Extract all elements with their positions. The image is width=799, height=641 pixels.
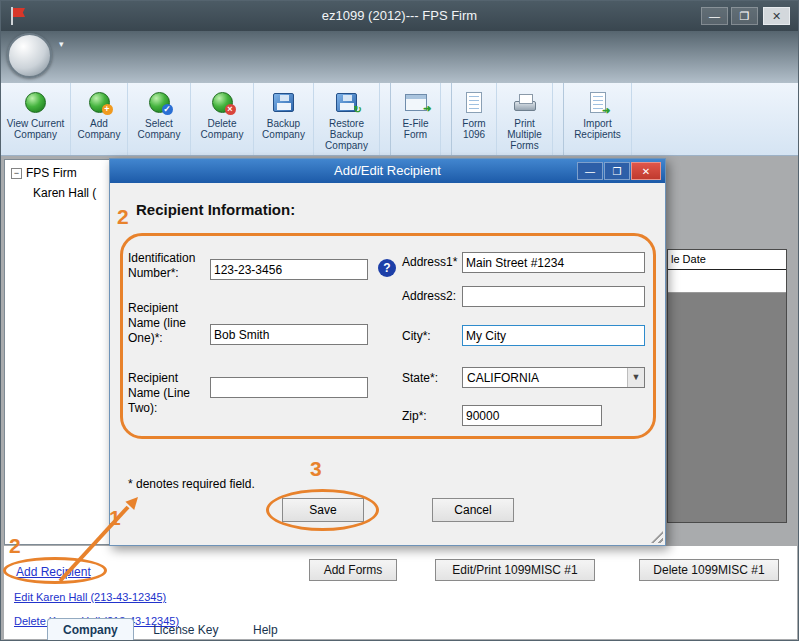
ribbon-group-separator bbox=[380, 83, 391, 155]
ribbon-button-label: Add Company bbox=[71, 118, 127, 140]
globe-delete-icon: × bbox=[212, 92, 233, 113]
ribbon-button-label: Form 1096 bbox=[452, 118, 496, 140]
ribbon-tabs: Company License Key Help bbox=[47, 618, 293, 640]
identification-label: Identification Number*: bbox=[128, 251, 208, 281]
annotation-step-2-dialog: 2 bbox=[117, 205, 129, 229]
cancel-button[interactable]: Cancel bbox=[432, 498, 514, 522]
state-label: State*: bbox=[402, 371, 462, 386]
address2-input[interactable] bbox=[462, 286, 645, 307]
ribbon-button-select-company[interactable]: ✓ Select Company bbox=[128, 83, 191, 155]
globe-icon bbox=[25, 92, 46, 113]
dialog-titlebar: Add/Edit Recipient — ❐ ✕ bbox=[110, 159, 665, 183]
dialog-close-button[interactable]: ✕ bbox=[631, 162, 661, 180]
state-value: CALIFORNIA bbox=[467, 371, 539, 385]
minimize-button[interactable]: — bbox=[701, 7, 728, 25]
application-orb-button[interactable] bbox=[7, 33, 52, 78]
form-1096-icon bbox=[466, 92, 482, 113]
dialog-maximize-button[interactable]: ❐ bbox=[604, 162, 630, 180]
restore-disk-icon: ↻ bbox=[336, 93, 357, 112]
ribbon-button-view-current-company[interactable]: View Current Company bbox=[1, 83, 71, 155]
tree-item-label: FPS Firm bbox=[26, 166, 77, 180]
maximize-button[interactable]: ❐ bbox=[731, 7, 758, 25]
dialog-minimize-button[interactable]: — bbox=[577, 162, 603, 180]
ribbon-group-separator bbox=[441, 83, 452, 155]
recipient-name-two-input[interactable] bbox=[210, 377, 368, 398]
required-field-note: * denotes required field. bbox=[128, 477, 255, 491]
titlebar: ez1099 (2012)--- FPS Firm — ❐ ✕ bbox=[1, 1, 798, 31]
globe-select-icon: ✓ bbox=[149, 92, 170, 113]
city-label: City*: bbox=[402, 329, 462, 344]
annotation-step-3: 3 bbox=[310, 457, 322, 481]
ribbon-button-restore-backup-company[interactable]: ↻ Restore Backup Company bbox=[314, 83, 380, 155]
efile-form-icon: ➜ bbox=[405, 94, 427, 111]
address1-input[interactable] bbox=[462, 252, 645, 273]
add-forms-button[interactable]: Add Forms bbox=[309, 559, 397, 581]
tab-help[interactable]: Help bbox=[238, 619, 293, 641]
ribbon-button-label: View Current Company bbox=[1, 118, 70, 140]
tab-license-key[interactable]: License Key bbox=[138, 619, 233, 641]
recipient-name-two-label: Recipient Name (Line Two): bbox=[128, 371, 206, 416]
globe-add-icon: + bbox=[89, 92, 110, 113]
app-window: ez1099 (2012)--- FPS Firm — ❐ ✕ ▾ Compan… bbox=[0, 0, 799, 641]
window-title: ez1099 (2012)--- FPS Firm bbox=[1, 8, 798, 23]
help-icon[interactable]: ? bbox=[378, 259, 396, 277]
ribbon-button-add-company[interactable]: + Add Company bbox=[71, 83, 128, 155]
tree-item-karen-hall[interactable]: Karen Hall ( bbox=[33, 186, 96, 200]
import-recipients-icon: ➜ bbox=[590, 92, 606, 113]
save-button[interactable]: Save bbox=[282, 498, 364, 522]
ribbon-button-label: Backup Company bbox=[254, 118, 313, 140]
tree-item-label: Karen Hall ( bbox=[33, 186, 96, 200]
forms-grid-fragment: le Date bbox=[667, 249, 787, 523]
edit-recipient-link[interactable]: Edit Karen Hall (213-43-12345) bbox=[14, 591, 166, 603]
dialog-title: Add/Edit Recipient bbox=[334, 163, 441, 178]
add-edit-recipient-dialog: Add/Edit Recipient — ❐ ✕ 2 Recipient Inf… bbox=[109, 158, 666, 546]
ribbon-button-label: Select Company bbox=[128, 118, 190, 140]
ribbon-button-label: Delete Company bbox=[191, 118, 253, 140]
printer-icon bbox=[514, 101, 536, 111]
close-button[interactable]: ✕ bbox=[763, 7, 790, 25]
ribbon-button-label: Print Multiple Forms bbox=[497, 118, 552, 151]
ribbon-button-efile-form[interactable]: ➜ E-File Form bbox=[391, 83, 441, 155]
grid-column-header: le Date bbox=[668, 250, 786, 270]
dialog-heading: Recipient Information: bbox=[136, 201, 295, 218]
identification-input[interactable] bbox=[210, 259, 368, 280]
ribbon-button-label: Restore Backup Company bbox=[314, 118, 379, 151]
city-input[interactable] bbox=[462, 325, 645, 346]
state-select[interactable]: CALIFORNIA ▼ bbox=[462, 367, 645, 388]
zip-input[interactable] bbox=[462, 405, 602, 426]
chevron-down-icon[interactable]: ▼ bbox=[627, 368, 644, 387]
quick-access-dropdown-icon[interactable]: ▾ bbox=[59, 39, 64, 49]
ribbon-button-backup-company[interactable]: Backup Company bbox=[254, 83, 314, 155]
grid-row[interactable] bbox=[668, 270, 786, 293]
zip-label: Zip*: bbox=[402, 409, 462, 424]
ribbon-group-separator bbox=[553, 83, 564, 155]
address1-label: Address1* bbox=[402, 255, 462, 270]
ribbon-button-label: E-File Form bbox=[391, 118, 440, 140]
ribbon-button-form-1096[interactable]: Form 1096 bbox=[452, 83, 497, 155]
recipient-name-one-input[interactable] bbox=[210, 324, 368, 345]
ribbon-button-print-multiple-forms[interactable]: Print Multiple Forms bbox=[497, 83, 553, 155]
delete-1099misc-button[interactable]: Delete 1099MISC #1 bbox=[639, 559, 779, 581]
ribbon-button-import-recipients[interactable]: ➜ Import Recipients bbox=[564, 83, 632, 155]
tree-expander-icon[interactable]: − bbox=[11, 168, 22, 179]
tree-item-fps-firm[interactable]: −FPS Firm bbox=[11, 166, 77, 180]
ribbon: View Current Company + Add Company ✓ Sel… bbox=[1, 83, 798, 156]
recipient-name-one-label: Recipient Name (line One)*: bbox=[128, 301, 206, 346]
backup-disk-icon bbox=[273, 93, 294, 112]
edit-print-1099misc-button[interactable]: Edit/Print 1099MISC #1 bbox=[435, 559, 595, 581]
ribbon-button-delete-company[interactable]: × Delete Company bbox=[191, 83, 254, 155]
ribbon-button-label: Import Recipients bbox=[564, 118, 631, 140]
address2-label: Address2: bbox=[402, 289, 462, 304]
tab-company[interactable]: Company bbox=[47, 618, 134, 640]
resize-grip[interactable] bbox=[651, 531, 663, 543]
ribbon-chrome-band bbox=[1, 31, 798, 83]
add-recipient-link[interactable]: Add Recipient bbox=[16, 565, 91, 579]
